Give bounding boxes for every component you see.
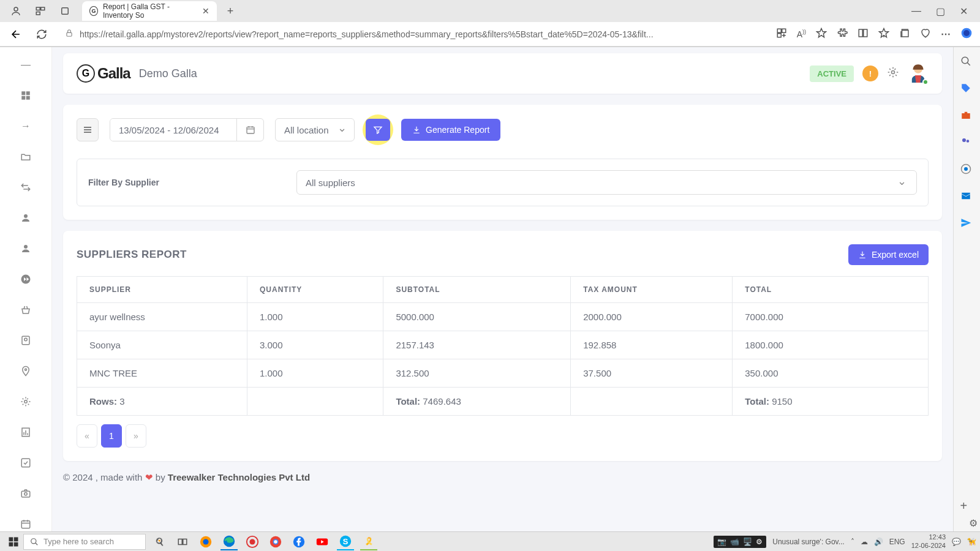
- svg-rect-2: [41, 7, 45, 10]
- report-card: SUPPLIERS REPORT Export excel SUPPLIER Q…: [63, 231, 942, 461]
- app-youtube-icon[interactable]: [314, 533, 331, 550]
- date-range-group: [110, 118, 264, 141]
- browser-tab[interactable]: G Report | Galla GST - Inventory So ✕: [82, 1, 217, 21]
- send-icon[interactable]: [960, 217, 974, 231]
- page-next-button[interactable]: »: [126, 424, 146, 448]
- calendar-icon[interactable]: [19, 517, 32, 531]
- tray-help-icon[interactable]: 🦮: [967, 538, 976, 546]
- svg-point-13: [963, 30, 970, 36]
- read-aloud-icon[interactable]: A)): [797, 29, 806, 39]
- svg-point-23: [25, 369, 27, 370]
- page-footer: © 2024 , made with ❤ by Treewalker Techn…: [63, 472, 942, 495]
- tray-news[interactable]: Unusual surge': Gov...: [772, 538, 844, 546]
- copilot-icon[interactable]: [960, 27, 973, 42]
- pagination: « 1 »: [77, 424, 929, 448]
- tray-volume-icon[interactable]: 🔊: [874, 538, 883, 546]
- tray-cloud-icon[interactable]: ☁: [861, 538, 868, 546]
- tab-favicon-icon: G: [89, 6, 98, 16]
- workspaces-icon[interactable]: [34, 5, 47, 17]
- table-row: ayur wellness1.0005000.0002000.0007000.0…: [77, 303, 929, 331]
- forward-icon[interactable]: →: [19, 119, 32, 133]
- window-maximize-icon[interactable]: ▢: [936, 6, 945, 17]
- titlebar: G Report | Galla GST - Inventory So ✕ + …: [0, 0, 980, 22]
- window-close-icon[interactable]: ✕: [960, 6, 968, 17]
- svg-point-18: [24, 214, 28, 218]
- location-select[interactable]: All location: [275, 118, 355, 141]
- app-record-icon[interactable]: [244, 533, 261, 550]
- svg-rect-16: [21, 96, 25, 100]
- svg-rect-5: [67, 32, 72, 36]
- app-taskview-icon[interactable]: [174, 533, 191, 550]
- supplier-select[interactable]: All suppliers: [296, 170, 917, 195]
- location-icon[interactable]: [19, 364, 32, 378]
- svg-point-28: [24, 493, 28, 496]
- outlook-icon[interactable]: [960, 190, 974, 204]
- check-icon[interactable]: [19, 456, 32, 470]
- tab-add-button[interactable]: +: [222, 2, 239, 20]
- nav-refresh-button[interactable]: [33, 26, 50, 43]
- start-button[interactable]: [4, 533, 23, 550]
- users-icon[interactable]: [19, 211, 32, 225]
- sidebar-settings-icon[interactable]: ⚙: [969, 517, 978, 529]
- logo-text: Galla: [97, 65, 130, 82]
- app-firefox-icon[interactable]: [197, 533, 214, 550]
- window-minimize-icon[interactable]: —: [911, 6, 921, 17]
- app-skype-icon[interactable]: S: [337, 533, 354, 550]
- date-range-input[interactable]: [110, 119, 236, 141]
- basket-icon[interactable]: [19, 303, 32, 317]
- url-text[interactable]: https://retail.galla.app/mystorev2/repor…: [80, 29, 654, 39]
- dashboard-icon[interactable]: [19, 89, 32, 102]
- split-screen-icon[interactable]: [858, 28, 869, 41]
- alert-badge[interactable]: !: [862, 66, 878, 81]
- add-shortcut-icon[interactable]: +: [960, 499, 974, 512]
- taskbar-search[interactable]: Type here to search: [23, 534, 146, 550]
- tray-expand-icon[interactable]: ˄: [851, 538, 854, 546]
- tray-gamebar[interactable]: 📷📹🖥️⚙: [714, 536, 766, 548]
- tray-notifications-icon[interactable]: 💬: [952, 538, 961, 546]
- tray-lang[interactable]: ENG: [889, 538, 905, 546]
- app-assistant-icon[interactable]: 🍳: [151, 533, 168, 550]
- more-icon[interactable]: ⋯: [941, 28, 951, 40]
- tray-clock[interactable]: 12:43 12-06-2024: [911, 533, 946, 549]
- fast-forward-icon[interactable]: [19, 272, 32, 286]
- generate-report-button[interactable]: Generate Report: [401, 119, 500, 141]
- lock-icon: [65, 29, 74, 39]
- folder-icon[interactable]: [19, 150, 32, 163]
- reports-icon[interactable]: [19, 425, 32, 439]
- search-icon[interactable]: [960, 56, 974, 69]
- gear-icon[interactable]: [887, 66, 899, 81]
- camera-icon[interactable]: [19, 487, 32, 500]
- page-prev-button[interactable]: «: [77, 424, 97, 448]
- app-chrome-icon[interactable]: [267, 533, 284, 550]
- browser-essentials-icon[interactable]: [920, 28, 931, 41]
- nav-back-button[interactable]: [7, 26, 24, 43]
- export-excel-button[interactable]: Export excel: [848, 244, 929, 265]
- profile-icon[interactable]: [10, 5, 22, 17]
- extensions-icon[interactable]: [837, 28, 848, 41]
- favorites-bar-icon[interactable]: [878, 28, 889, 41]
- menu-collapse-icon[interactable]: —: [19, 58, 32, 72]
- list-toggle-button[interactable]: [77, 118, 99, 141]
- tab-overview-icon[interactable]: [59, 5, 71, 17]
- customers-icon[interactable]: [19, 242, 32, 255]
- teams-icon[interactable]: [960, 137, 974, 150]
- tag-icon[interactable]: [960, 83, 974, 96]
- calendar-picker-icon[interactable]: [236, 119, 263, 141]
- app-edge-icon[interactable]: [221, 533, 238, 550]
- collections-icon[interactable]: [899, 28, 910, 41]
- favorite-icon[interactable]: [816, 28, 827, 41]
- office-icon[interactable]: [960, 163, 974, 177]
- col-total: TOTAL: [733, 277, 929, 303]
- app-misc-icon[interactable]: 🎗️: [360, 533, 377, 550]
- settings-icon[interactable]: [19, 395, 32, 408]
- app-facebook-icon[interactable]: [290, 533, 307, 550]
- app-install-icon[interactable]: [776, 28, 787, 41]
- contacts-icon[interactable]: [19, 334, 32, 347]
- page-1-button[interactable]: 1: [101, 424, 122, 448]
- brand-subtitle: Demo Galla: [139, 67, 197, 80]
- briefcase-icon[interactable]: [960, 110, 974, 123]
- filter-toggle-button[interactable]: [366, 119, 390, 141]
- tab-close-icon[interactable]: ✕: [202, 6, 209, 16]
- avatar[interactable]: [908, 62, 929, 85]
- transfer-icon[interactable]: [19, 181, 32, 194]
